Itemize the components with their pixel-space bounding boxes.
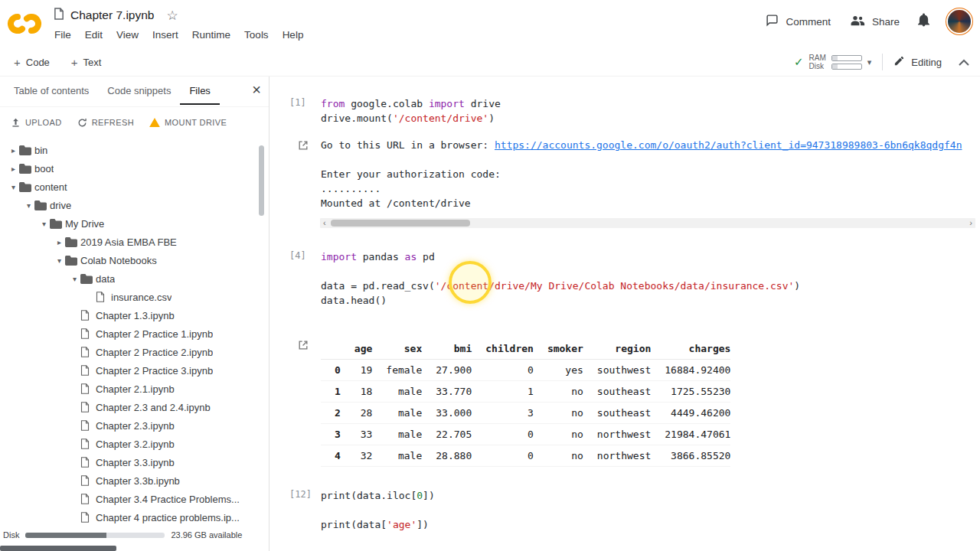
df-row: 228male33.0003nosoutheast4449.46200 — [321, 403, 730, 424]
df-header-cell: region — [583, 338, 651, 360]
df-cell: 21984.47061 — [651, 424, 730, 445]
expand-arrow[interactable]: ▾ — [38, 220, 50, 228]
expand-arrow[interactable]: ▾ — [69, 275, 80, 283]
tree-item-label: boot — [34, 163, 54, 174]
tree-item[interactable]: ▸2019 Asia EMBA FBE — [0, 233, 261, 251]
df-header-cell: age — [341, 338, 372, 360]
df-cell: southeast — [583, 403, 651, 424]
colab-logo-icon[interactable] — [5, 11, 44, 37]
menu-insert[interactable]: Insert — [145, 25, 185, 44]
tree-item-label: drive — [50, 200, 71, 211]
tab-table-of-contents[interactable]: Table of contents — [5, 77, 98, 103]
app-header: Chapter 7.ipynb ☆ FileEditViewInsertRunt… — [0, 0, 980, 47]
code-line: data.head() — [321, 293, 980, 308]
expand-arrow[interactable]: ▾ — [54, 256, 65, 265]
add-text-button[interactable]: + Text — [71, 56, 102, 69]
code-token: print(data[ — [321, 519, 387, 530]
tree-item[interactable]: Chapter 2.3 and 2.4.ipynb — [0, 398, 261, 416]
add-code-button[interactable]: + Code — [14, 56, 50, 69]
sidebar-horizontal-scrollbar[interactable] — [0, 546, 116, 551]
output-horizontal-scrollbar[interactable]: ‹› — [320, 218, 975, 228]
notebook-title[interactable]: Chapter 7.ipynb — [70, 8, 154, 22]
action-refresh[interactable]: REFRESH — [77, 118, 134, 128]
execution-count[interactable]: [12] — [289, 489, 321, 500]
tab-code-snippets[interactable]: Code snippets — [98, 77, 180, 103]
oauth-link[interactable]: https://accounts.google.com/o/oauth2/aut… — [495, 139, 962, 151]
tree-item[interactable]: Chapter 1.3.ipynb — [0, 306, 261, 324]
tree-item[interactable]: Chapter 3.2.ipynb — [0, 435, 261, 453]
expand-arrow[interactable]: ▸ — [8, 165, 19, 173]
code-line — [321, 503, 980, 517]
menu-runtime[interactable]: Runtime — [185, 25, 237, 44]
tree-item[interactable]: Chapter 3.4 Practice Problems... — [0, 490, 261, 508]
tree-item[interactable]: ▾drive — [0, 196, 261, 214]
share-button[interactable]: Share — [849, 15, 900, 28]
tree-item[interactable]: Chapter 4.2.ipynb — [0, 527, 261, 528]
df-cell: no — [534, 403, 583, 424]
tree-item[interactable]: Chapter 2 Practice 3.ipynb — [0, 361, 261, 380]
tree-item[interactable]: Chapter 2 Practice 1.ipynb — [0, 324, 261, 343]
tree-item[interactable]: ▾data — [0, 269, 261, 288]
scroll-left-arrow[interactable]: ‹ — [320, 218, 329, 228]
execution-count[interactable]: [1] — [289, 97, 321, 108]
tree-item[interactable]: ▸boot — [0, 159, 261, 178]
execution-count[interactable]: [4] — [289, 250, 321, 261]
action-upload[interactable]: UPLOAD — [11, 118, 62, 128]
action-mount-drive[interactable]: MOUNT DRIVE — [149, 118, 227, 127]
output-line: Mounted at /content/drive — [321, 196, 980, 210]
comment-button[interactable]: Comment — [766, 14, 831, 29]
expand-arrow[interactable]: ▸ — [8, 146, 19, 155]
refresh-icon — [77, 118, 87, 128]
tree-item[interactable]: Chapter 3.3.ipynb — [0, 453, 261, 471]
menu-file[interactable]: File — [47, 25, 78, 44]
divider — [882, 54, 883, 70]
sidebar-tabs: Table of contentsCode snippetsFiles — [0, 77, 269, 107]
notebook-area: [1]from google.colab import drivedrive.m… — [270, 77, 980, 551]
toolbar-left: + Code + Text — [14, 47, 101, 77]
menu-help[interactable]: Help — [276, 25, 311, 44]
avatar[interactable] — [948, 10, 971, 33]
notifications-bell-icon[interactable] — [918, 13, 929, 30]
tree-item[interactable]: Chapter 3.3b.ipynb — [0, 471, 261, 490]
tree-item[interactable]: ▾content — [0, 178, 261, 196]
code-editor[interactable]: from google.colab import drivedrive.moun… — [321, 96, 980, 126]
file-icon — [80, 420, 96, 431]
close-icon[interactable]: × — [252, 82, 261, 97]
sidebar-vertical-scrollbar[interactable] — [259, 145, 264, 216]
star-icon[interactable]: ☆ — [166, 8, 178, 24]
code-editor[interactable]: print(data.iloc[0]) print(data['age']) — [321, 488, 980, 532]
tree-item[interactable]: ▾My Drive — [0, 214, 261, 233]
tree-item[interactable]: Chapter 2 Practice 2.ipynb — [0, 343, 261, 361]
chevron-down-icon[interactable]: ▾ — [867, 57, 872, 67]
file-icon — [80, 475, 96, 486]
tree-item[interactable]: ▾Colab Notebooks — [0, 251, 261, 269]
cells: [1]from google.colab import drivedrive.m… — [270, 77, 980, 532]
tree-item[interactable]: Chapter 2.1.ipynb — [0, 380, 261, 398]
collapse-sections-icon[interactable] — [959, 59, 969, 66]
tree-item-label: Chapter 3.3b.ipynb — [96, 475, 180, 487]
expand-arrow[interactable]: ▾ — [23, 201, 34, 210]
cell-output: Go to this URL in a browser: https://acc… — [270, 138, 980, 210]
df-cell: female — [372, 360, 422, 381]
folder-icon — [65, 237, 80, 247]
tree-item[interactable]: insurance.csv — [0, 288, 261, 306]
code-token: ) — [794, 280, 800, 292]
df-header-cell: sex — [372, 338, 422, 360]
editing-mode-button[interactable]: Editing — [893, 55, 942, 69]
tree-item[interactable]: ▸bin — [0, 141, 261, 159]
menu-view[interactable]: View — [109, 25, 145, 44]
expand-arrow[interactable]: ▾ — [8, 183, 19, 191]
code-editor[interactable]: import pandas as pd data = pd.read_csv('… — [321, 249, 980, 308]
tree-item[interactable]: Chapter 4 practice problems.ip... — [0, 508, 261, 527]
resources-widget[interactable]: ✓ RAM Disk ▾ — [794, 54, 871, 70]
menu-tools[interactable]: Tools — [237, 25, 276, 44]
df-row: 333male22.7050nonorthwest21984.47061 — [321, 424, 730, 445]
scrollbar-thumb[interactable] — [331, 220, 470, 227]
tree-item[interactable]: Chapter 2.3.ipynb — [0, 416, 261, 435]
df-cell: southwest — [583, 360, 651, 381]
menu-edit[interactable]: Edit — [78, 25, 109, 44]
df-cell: male — [372, 445, 422, 467]
expand-arrow[interactable]: ▸ — [54, 238, 65, 246]
tab-files[interactable]: Files — [180, 77, 219, 105]
scroll-right-arrow[interactable]: › — [966, 218, 975, 228]
